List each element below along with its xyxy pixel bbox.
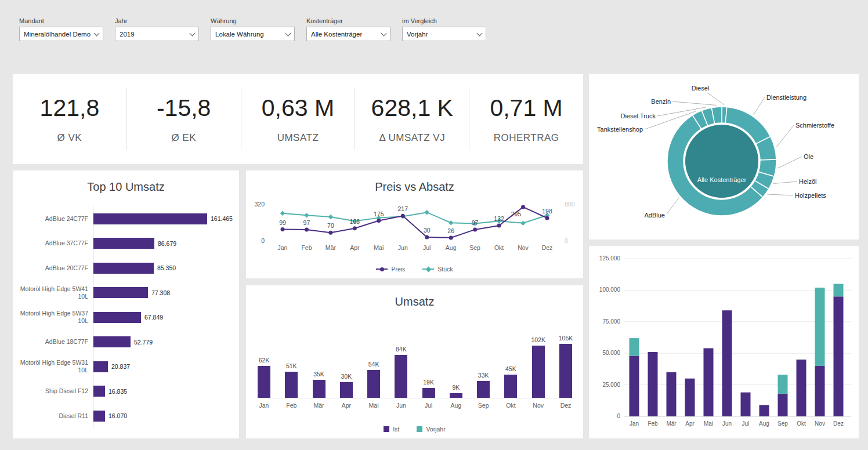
bar[interactable]	[93, 287, 148, 298]
data-point[interactable]	[377, 219, 381, 223]
data-point[interactable]	[328, 231, 332, 235]
bar-value-label: 77.308	[151, 289, 170, 296]
bar[interactable]	[93, 238, 154, 249]
bar-ist[interactable]	[648, 352, 658, 416]
data-point[interactable]	[425, 235, 429, 239]
bar-vorjahr[interactable]	[815, 288, 825, 366]
bar[interactable]	[450, 393, 462, 398]
waehrung-select[interactable]: Lokale Währung	[211, 27, 295, 41]
donut-label-Holzpellets: Holzpellets	[795, 192, 826, 199]
bar[interactable]	[559, 344, 572, 398]
bar[interactable]	[93, 386, 105, 397]
chart-legend: PreisStück	[246, 266, 583, 273]
bar[interactable]	[93, 361, 108, 372]
bar-value-label: 20.837	[111, 363, 130, 370]
bar[interactable]	[93, 336, 131, 347]
bar-vorjahr[interactable]	[630, 338, 639, 355]
axis-label: 0	[261, 237, 265, 244]
x-axis-label: Jan	[278, 244, 288, 251]
filter-label-jahr: Jahr	[115, 17, 199, 24]
donut-plot: Alle KostenträgerDieselDienstleistungSch…	[589, 74, 859, 239]
bar[interactable]	[367, 370, 380, 398]
x-axis-label: Mai	[704, 420, 713, 427]
bar-track: 52.779	[93, 330, 233, 355]
bar-value-label: 35K	[308, 371, 331, 378]
top10-umsatz-chart: Top 10 Umsatz AdBlue 24C77F161.465AdBlue…	[13, 170, 239, 438]
donut-label-Heizöl: Heizöl	[799, 178, 817, 185]
bar-vorjahr[interactable]	[778, 375, 788, 394]
jahr-select[interactable]: 2019	[115, 27, 199, 41]
bar-ist[interactable]	[685, 379, 695, 416]
x-axis-label: Aug	[444, 402, 468, 409]
kpi-value: 628,1 K	[371, 95, 453, 122]
data-point[interactable]	[497, 224, 501, 228]
legend-item-Ist[interactable]: Ist	[384, 426, 399, 433]
line-series-Preis	[283, 207, 547, 238]
bar-vorjahr[interactable]	[834, 284, 844, 297]
bar-ist[interactable]	[630, 356, 639, 416]
x-axis-label: Jun	[389, 402, 413, 409]
data-point[interactable]	[305, 227, 309, 231]
bar[interactable]	[504, 375, 517, 398]
bar-ist[interactable]	[760, 405, 769, 416]
data-point[interactable]	[521, 205, 525, 209]
bar-ist[interactable]	[778, 394, 788, 416]
bar[interactable]	[422, 388, 435, 398]
bar-ist[interactable]	[741, 393, 751, 416]
bar[interactable]	[93, 263, 154, 274]
bar-ist[interactable]	[667, 372, 677, 416]
bar[interactable]	[258, 366, 270, 398]
data-point[interactable]	[328, 215, 333, 219]
bar[interactable]	[313, 380, 326, 398]
bar[interactable]	[477, 381, 490, 398]
bar[interactable]	[532, 346, 545, 398]
data-label: 99	[279, 219, 286, 226]
legend-marker-shape	[426, 266, 432, 272]
data-point[interactable]	[520, 220, 525, 225]
bar-ist[interactable]	[722, 310, 732, 416]
bar[interactable]	[285, 372, 298, 398]
vergleich-select[interactable]: Vorjahr	[402, 27, 486, 41]
y-axis-label: 25.000	[602, 382, 620, 388]
bar[interactable]	[93, 312, 141, 323]
bar-ist[interactable]	[704, 348, 714, 416]
callout-line	[773, 182, 797, 184]
chevron-down-icon	[477, 30, 483, 36]
bar[interactable]	[93, 411, 105, 422]
x-axis-label: Feb	[280, 402, 303, 409]
bar-value-label: 161.465	[211, 215, 233, 222]
bar[interactable]	[93, 213, 207, 224]
data-point[interactable]	[353, 226, 357, 230]
data-point[interactable]	[545, 216, 549, 220]
bar-row: AdBlue 20C77F85.350	[13, 256, 233, 281]
filter-mandant: Mandant Mineralölhandel Demo Gr	[19, 17, 103, 41]
data-point[interactable]	[304, 213, 309, 217]
filter-jahr: Jahr 2019	[115, 17, 199, 41]
bar-value-label: 16.835	[108, 388, 127, 395]
bar-ist[interactable]	[815, 366, 825, 416]
data-label: 175	[374, 211, 384, 217]
chevron-down-icon	[190, 30, 196, 36]
data-point[interactable]	[401, 214, 405, 218]
bar-track: 20.837	[93, 354, 233, 379]
data-point[interactable]	[424, 210, 429, 215]
bar[interactable]	[340, 382, 353, 398]
bar[interactable]	[395, 355, 407, 398]
kpi-ek: -15,8 Ø EK	[127, 74, 241, 164]
data-point[interactable]	[449, 235, 453, 239]
legend-item-Vorjahr[interactable]: Vorjahr	[417, 426, 445, 433]
bar-category-label: AdBlue 18C77F	[13, 338, 93, 346]
mandant-select[interactable]: Mineralölhandel Demo Gr	[19, 27, 103, 41]
legend-item-Preis[interactable]: Preis	[376, 266, 405, 273]
data-point[interactable]	[473, 227, 477, 231]
data-point[interactable]	[281, 227, 285, 231]
kostentraeger-select[interactable]: Alle Kostenträger	[306, 27, 390, 41]
x-axis-label: Jul	[417, 402, 440, 409]
bar-ist[interactable]	[834, 296, 844, 416]
bar-ist[interactable]	[797, 360, 806, 416]
data-point[interactable]	[449, 220, 453, 225]
x-axis-label: Sep	[469, 244, 480, 251]
legend-item-Stück[interactable]: Stück	[422, 266, 453, 273]
bar-track: 16.070	[93, 404, 233, 429]
data-point[interactable]	[280, 211, 285, 216]
